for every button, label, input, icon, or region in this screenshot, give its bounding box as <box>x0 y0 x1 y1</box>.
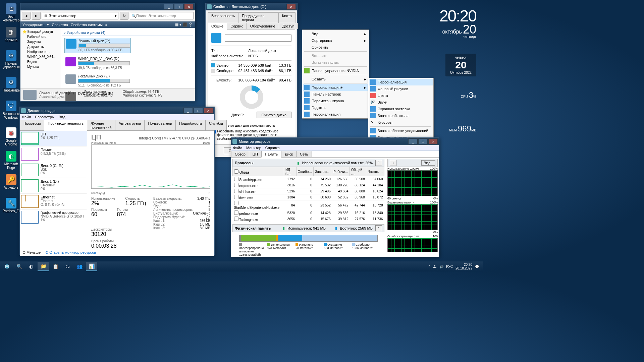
tab-users[interactable]: Пользователи <box>144 120 176 130</box>
sidebar-item[interactable]: Рабочий сто… <box>22 34 59 39</box>
explorer-titlebar[interactable]: _□✕ <box>20 3 195 10</box>
tab-cpu[interactable]: ЦП <box>249 151 262 157</box>
tab-disk[interactable]: Диск <box>281 151 297 157</box>
toolbar-sysprops[interactable]: Свойства системы <box>71 23 103 27</box>
row-checkbox[interactable] <box>234 217 238 221</box>
sidebar-item[interactable]: Видео <box>22 59 59 64</box>
menu-file[interactable]: Файл <box>233 146 242 150</box>
taskbar-app5[interactable]: 📊 <box>86 262 97 271</box>
resmon-titlebar[interactable]: Монитор ресурсов_□✕ <box>231 138 439 145</box>
lang-indicator[interactable]: РУС <box>446 265 453 268</box>
row-checkbox[interactable] <box>234 177 238 181</box>
tab-hardware[interactable]: Оборудование <box>247 23 279 29</box>
search-box[interactable]: 🔍 Поиск: Этот компьютер <box>130 12 194 19</box>
section-header[interactable]: ▿ Устройства и диски (4) <box>62 30 193 36</box>
physmem-header[interactable]: Физическая память▮Используется: 941 МБ▮Д… <box>232 224 384 232</box>
start-button[interactable]: ⊞ <box>1 262 13 271</box>
desktop-icon-edge[interactable]: ◐Microsoft Edge <box>3 151 19 170</box>
sub-wallpaper[interactable]: Фоновый рисунок <box>369 85 433 92</box>
sub-personalization[interactable]: Персонализация <box>369 79 433 85</box>
tab-sharing[interactable]: Доступ <box>279 23 298 29</box>
drive-c[interactable]: Локальный диск (C:)86,1 ГБ свободно из 9… <box>64 38 131 53</box>
ctx-personalization-plus[interactable]: Персонализация+▸ <box>303 84 368 91</box>
back-button[interactable]: ◄ <box>22 12 31 20</box>
maximize-button[interactable]: □ <box>174 4 183 10</box>
tab-network[interactable]: Сеть <box>296 151 312 157</box>
address-bar[interactable]: 🖥 Этот компьютер▾ <box>42 12 118 19</box>
tab-prev-versions[interactable]: Предыдущие версии <box>238 12 279 23</box>
collapse-button[interactable]: ‹ <box>390 160 396 166</box>
tab-details[interactable]: Подробности <box>175 120 206 130</box>
minimize-button[interactable]: _ <box>408 138 418 144</box>
desktop-icon-settings[interactable]: ⚙Параметры <box>3 77 19 92</box>
sidebar-item[interactable]: Изображени… <box>22 49 59 54</box>
tab-performance[interactable]: Производительность <box>44 120 87 131</box>
table-row[interactable]: explorer.exe3816075 532130 22886 12444 1… <box>233 182 384 188</box>
row-checkbox[interactable] <box>234 201 238 205</box>
ctx-display[interactable]: Параметры экрана <box>303 98 368 104</box>
tab-memory[interactable]: Память <box>261 151 281 158</box>
maximize-button[interactable]: □ <box>194 108 203 114</box>
refresh-button[interactable]: ↻ <box>120 12 128 20</box>
menu-monitor[interactable]: Монитор <box>246 146 261 150</box>
ctx-gadgets[interactable]: Гаджеты <box>303 104 368 111</box>
ctx-create[interactable]: Создать▸ <box>303 76 368 82</box>
ctx-view[interactable]: Вид▸ <box>303 31 368 37</box>
open-resmon-link[interactable]: ⊙ Открыть монитор ресурсов <box>45 250 96 255</box>
select-all-checkbox[interactable] <box>234 169 238 174</box>
taskbar-app4[interactable]: 👥 <box>74 262 85 271</box>
col[interactable]: Частны… <box>366 167 384 176</box>
ctx-nvidia[interactable]: Панель управления NVIDIA <box>303 67 368 74</box>
sidebar-item[interactable]: Документы <box>22 44 59 49</box>
maximize-button[interactable]: □ <box>418 138 428 144</box>
taskmgr-titlebar[interactable]: Диспетчер задач_□✕ <box>20 107 214 114</box>
row-checkbox[interactable] <box>234 189 238 193</box>
sidebar-quick-access[interactable]: ⭐ Быстрый доступ <box>22 29 59 34</box>
sub-desktop-icons[interactable]: Значки раб. стола <box>369 112 433 119</box>
menu-options[interactable]: Параметры <box>35 115 55 119</box>
minimize-button[interactable]: _ <box>164 4 173 10</box>
desktop-icon-patches[interactable]: 🔧Patches_FIX <box>3 198 19 213</box>
sidebar-item[interactable]: Загрузки <box>22 39 59 44</box>
toolbar-props[interactable]: Свойства <box>52 23 68 27</box>
row-checkbox[interactable] <box>234 195 238 199</box>
col[interactable]: ИД п… <box>284 167 296 176</box>
cleanup-button[interactable]: Очистка диска <box>257 112 291 118</box>
tray-network-icon[interactable]: 🖧 <box>433 265 437 268</box>
perf-memory[interactable]: Память0,9/3,5 ГБ (26%) <box>20 146 87 162</box>
minimize-button[interactable]: _ <box>183 108 193 114</box>
table-row[interactable]: sidebar.exe5296029 49649 50430 88018 624 <box>233 188 384 194</box>
ctx-sort[interactable]: Сортировка▸ <box>303 37 368 44</box>
col[interactable]: Ошибо… <box>296 167 314 176</box>
sub-tray-icons[interactable]: Значки области уведомлений <box>369 127 433 134</box>
table-row[interactable]: dwm.exe1304030 60052 83235 96016 872 <box>233 194 384 200</box>
fewer-details[interactable]: ⊙ Меньше <box>22 250 41 255</box>
col[interactable]: Рабочи… <box>332 167 350 176</box>
volume-label-input[interactable] <box>225 35 291 42</box>
taskbar-app2[interactable]: 📋 <box>50 262 61 271</box>
sub-cursors[interactable]: ↖Курсоры <box>369 119 433 126</box>
forward-button[interactable]: ► <box>32 12 41 20</box>
calendar-widget[interactable]: четверг 20 Октябрь 2022 <box>445 54 476 76</box>
table-row[interactable]: Taskmgr.exe3656015 67639 31227 57611 736 <box>233 216 384 222</box>
menu-file[interactable]: Файл <box>22 115 31 119</box>
table-row[interactable]: perfmon.exe5320014 42829 55616 21613 340 <box>233 210 384 216</box>
row-checkbox[interactable] <box>234 183 238 187</box>
tab-startup[interactable]: Автозагрузка <box>115 120 145 130</box>
collapse-button[interactable]: ⌃ <box>375 160 382 166</box>
search-button[interactable]: 🔍 <box>13 262 25 271</box>
desktop-icon-chrome[interactable]: ◉Google Chrome <box>3 127 19 146</box>
perf-disk0[interactable]: Диск 0 (C: E:)SSD0% <box>20 162 87 178</box>
row-checkbox[interactable] <box>234 210 238 215</box>
desktop-icon-cpanel[interactable]: ⚙Панель управления <box>3 50 19 69</box>
taskbar-app3[interactable]: 🗂 <box>62 262 73 271</box>
desktop-icon-security[interactable]: 🛡Безопасность Windows <box>3 101 19 119</box>
desktop-icon-activators[interactable]: 🔑Activators <box>3 174 19 189</box>
ctx-settings-panel[interactable]: Панель настроек <box>303 91 368 98</box>
props-titlebar[interactable]: Свойства: Локальный диск (C:)✕ <box>206 3 297 10</box>
desktop-icon-trash[interactable]: 🗑Корзина <box>3 27 19 42</box>
close-button[interactable]: ✕ <box>184 4 194 10</box>
tab-quota[interactable]: Квота <box>278 12 296 23</box>
sidebar-item[interactable]: Музыка <box>22 64 59 69</box>
close-button[interactable]: ✕ <box>286 4 296 10</box>
